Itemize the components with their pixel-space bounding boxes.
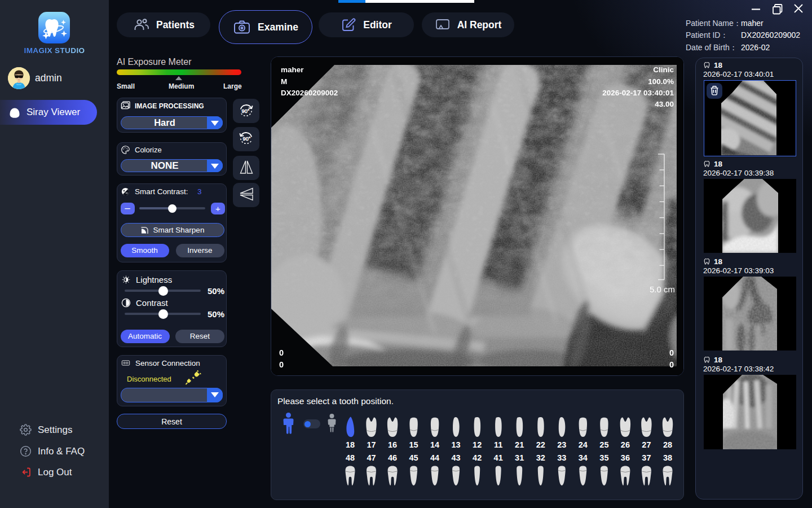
svg-text:90°: 90° (242, 108, 250, 114)
svg-text:90°: 90° (243, 136, 251, 142)
